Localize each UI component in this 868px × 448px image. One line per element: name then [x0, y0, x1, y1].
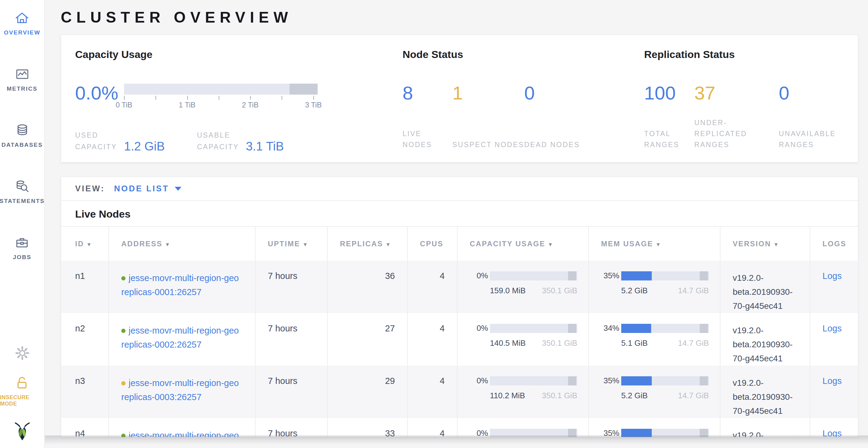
capacity-percent: 0% — [470, 323, 488, 333]
mem-usage-cell: 35% 5.2 GiB 14.7 GiB — [589, 261, 720, 313]
column-header[interactable]: REPLICAS▼ — [328, 227, 407, 261]
capacity-gauge-track — [124, 83, 318, 95]
mem-total-value: 14.7 GiB — [678, 286, 709, 296]
node-address-link[interactable]: jesse-movr-multi-region-georeplicas-0004… — [121, 430, 255, 437]
mem-bar-segment — [700, 429, 708, 438]
sidebar-item-statements[interactable]: STATEMENTS — [0, 179, 44, 204]
capacity-usage-cell: 0% 106.9 MiB 350.1 GiB — [457, 418, 589, 437]
uptime-cell: 7 hours — [255, 418, 328, 437]
column-header[interactable]: CAPACITY USAGE▼ — [457, 227, 589, 261]
sort-arrow-icon: ▼ — [774, 242, 779, 247]
table-row: n2 jesse-movr-multi-region-georeplicas-0… — [61, 313, 858, 366]
version-cell: v19.2.0-beta.20190930-70-g445ec41 — [720, 366, 810, 418]
node-id-cell: n3 — [61, 366, 109, 418]
capacity-usage-cell: 0% 159.0 MiB 350.1 GiB — [457, 261, 589, 313]
capacity-gauge: 0 TiB1 TiB2 TiB3 TiB — [124, 83, 318, 110]
view-dropdown[interactable]: NODE LIST — [114, 184, 181, 194]
sidebar: OVERVIEW METRICS DATABASES — [0, 0, 45, 448]
mem-percent: 35% — [602, 271, 619, 280]
node-status-title: Node Status — [403, 48, 644, 61]
column-header[interactable]: UPTIME▼ — [255, 227, 328, 261]
column-header[interactable]: CPUS — [407, 227, 457, 261]
mem-usage-cell: 35% 5.2 GiB 14.7 GiB — [589, 366, 720, 418]
mem-used-value: 5.2 GiB — [621, 286, 648, 296]
table-row: n4 jesse-movr-multi-region-georeplicas-0… — [61, 418, 858, 437]
capacity-total-value: 350.1 GiB — [542, 286, 577, 296]
logs-cell: Logs — [810, 313, 858, 366]
logs-link[interactable]: Logs — [823, 271, 842, 281]
sidebar-item-overview[interactable]: OVERVIEW — [4, 11, 41, 36]
stat-label: SUSPECT NODES — [452, 139, 524, 150]
uptime-cell: 7 hours — [255, 366, 328, 418]
capacity-gauge-labels: 0 TiB1 TiB2 TiB3 TiB — [124, 101, 318, 110]
capacity-bar-segment — [568, 271, 576, 280]
used-capacity-value: 1.2 GiB — [124, 140, 197, 152]
table-row: n3 jesse-movr-multi-region-georeplicas-0… — [61, 366, 858, 418]
sidebar-item-jobs[interactable]: JOBS — [13, 236, 31, 261]
node-address-link[interactable]: jesse-movr-multi-region-georeplicas-0002… — [121, 325, 255, 351]
axis-tick-label: 0 TiB — [116, 101, 132, 109]
capacity-bar — [490, 271, 577, 280]
axis-tick — [313, 96, 314, 100]
node-status-dot — [121, 434, 126, 437]
insecure-mode-indicator[interactable]: INSECURE MODE — [0, 376, 44, 407]
home-icon — [15, 11, 29, 25]
sort-arrow-icon: ▼ — [87, 242, 92, 247]
settings-gear-icon[interactable] — [15, 345, 30, 362]
column-header[interactable]: MEM USAGE▼ — [589, 227, 720, 261]
node-status-dot — [121, 329, 126, 333]
page-title: CLUSTER OVERVIEW — [61, 8, 858, 26]
stat: 8 LIVE NODES — [403, 83, 452, 150]
stat-label: LIVE NODES — [403, 128, 452, 150]
node-address-link[interactable]: jesse-movr-multi-region-georeplicas-0003… — [121, 378, 255, 404]
node-address-link[interactable]: jesse-movr-multi-region-georeplicas-0001… — [121, 273, 255, 299]
replicas-cell: 29 — [328, 366, 407, 418]
cpus-cell: 4 — [407, 418, 457, 437]
sort-arrow-icon: ▼ — [385, 242, 391, 247]
capacity-percent: 0% — [470, 428, 488, 437]
view-bar: VIEW: NODE LIST — [61, 177, 858, 201]
mem-bar-segment — [700, 324, 708, 333]
column-header[interactable]: VERSION▼ — [720, 227, 810, 261]
insecure-mode-label: INSECURE MODE — [0, 394, 44, 407]
mem-bar-segment — [700, 376, 708, 385]
axis-tick — [155, 96, 156, 100]
capacity-percent: 0% — [470, 271, 488, 280]
sidebar-item-label: OVERVIEW — [4, 29, 41, 36]
mem-bar-fill — [621, 324, 651, 333]
logs-link[interactable]: Logs — [823, 376, 842, 386]
capacity-bar — [490, 429, 577, 438]
logs-cell: Logs — [810, 418, 858, 437]
sort-arrow-icon: ▼ — [165, 242, 171, 247]
capacity-percent: 0% — [470, 376, 488, 385]
statements-search-icon — [15, 179, 29, 194]
column-header[interactable]: ADDRESS▼ — [109, 227, 255, 261]
axis-tick — [219, 96, 219, 100]
column-header[interactable]: ID▼ — [61, 227, 109, 261]
stat-value: 100 — [644, 83, 694, 103]
mem-bar-segment — [700, 271, 708, 280]
logs-link[interactable]: Logs — [823, 428, 842, 437]
sidebar-item-label: METRICS — [7, 85, 37, 92]
capacity-percent: 0.0% — [75, 83, 124, 103]
replicas-cell: 27 — [328, 313, 407, 366]
sidebar-item-metrics[interactable]: METRICS — [7, 67, 37, 92]
logs-link[interactable]: Logs — [823, 323, 842, 333]
logs-cell: Logs — [810, 261, 858, 313]
cockroachdb-logo[interactable] — [13, 422, 31, 443]
version-cell: v19.2.0-beta.20190930-70-g445ec41 — [720, 418, 810, 437]
column-header[interactable]: LOGS — [810, 227, 858, 261]
node-status-dot — [121, 381, 126, 385]
cpus-cell: 4 — [407, 261, 457, 313]
mem-total-value: 14.7 GiB — [678, 391, 709, 401]
uptime-cell: 7 hours — [255, 261, 328, 313]
axis-tick — [250, 96, 251, 100]
mem-bar-fill — [621, 271, 652, 280]
sort-arrow-icon: ▼ — [303, 242, 308, 247]
mem-bar-fill — [621, 376, 652, 385]
capacity-gauge-segment — [289, 83, 318, 95]
axis-tick — [282, 96, 282, 100]
sidebar-item-databases[interactable]: DATABASES — [2, 123, 43, 148]
stat: 0 DEAD NODES — [524, 83, 580, 150]
mem-bar — [621, 324, 709, 333]
